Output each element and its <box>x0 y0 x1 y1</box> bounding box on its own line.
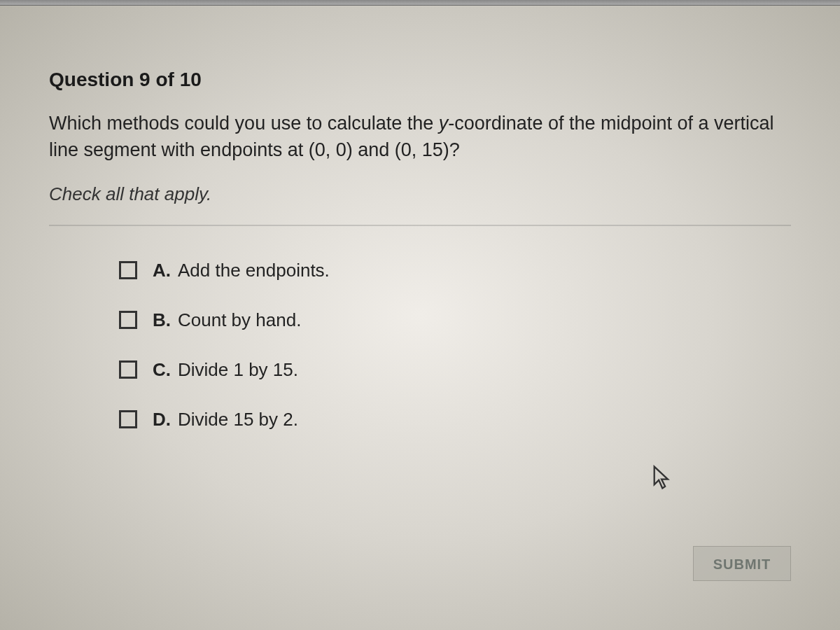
option-a-letter: A. <box>153 260 171 281</box>
checkbox-a[interactable] <box>119 261 137 279</box>
option-d-row[interactable]: D. Divide 15 by 2. <box>119 409 791 430</box>
question-number-header: Question 9 of 10 <box>49 69 791 91</box>
option-b-letter: B. <box>153 309 171 331</box>
question-instruction: Check all that apply. <box>49 183 791 205</box>
question-variable-y: y <box>439 113 449 134</box>
checkbox-b[interactable] <box>119 311 137 329</box>
option-d-text: Divide 15 by 2. <box>178 409 298 430</box>
option-a-row[interactable]: A. Add the endpoints. <box>119 260 791 281</box>
answer-options: A. Add the endpoints. B. Count by hand. … <box>49 260 791 430</box>
divider-line <box>49 225 791 226</box>
option-d-letter: D. <box>153 409 171 430</box>
checkbox-c[interactable] <box>119 360 137 379</box>
submit-button[interactable]: SUBMIT <box>693 546 791 581</box>
question-text-part1: Which methods could you use to calculate… <box>49 113 439 134</box>
question-prompt: Which methods could you use to calculate… <box>49 111 791 164</box>
option-b-text: Count by hand. <box>178 309 301 331</box>
option-b-row[interactable]: B. Count by hand. <box>119 309 791 331</box>
checkbox-d[interactable] <box>119 410 137 428</box>
window-top-bar <box>0 0 840 6</box>
question-content: Question 9 of 10 Which methods could you… <box>0 6 840 486</box>
option-c-row[interactable]: C. Divide 1 by 15. <box>119 359 791 381</box>
option-c-text: Divide 1 by 15. <box>178 359 298 381</box>
option-c-letter: C. <box>153 359 171 381</box>
option-a-text: Add the endpoints. <box>178 260 330 281</box>
